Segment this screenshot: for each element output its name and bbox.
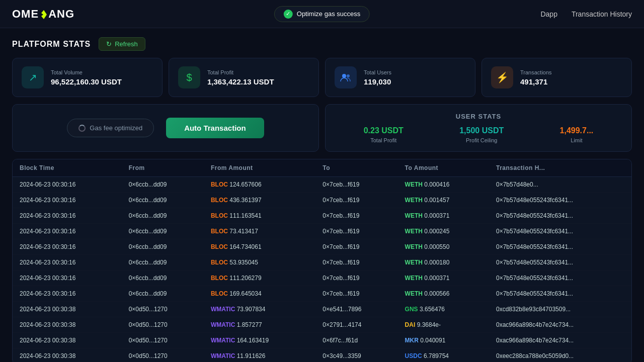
- user-stats-title: USER STATS: [336, 113, 621, 120]
- cell-tx-hash[interactable]: 0×7b57d48e055243fc6341...: [489, 270, 631, 286]
- table-row: 2024-06-23 00:30:16 0×6ccb...dd09 BLOC 5…: [13, 255, 631, 270]
- from-amount-value: 73.413417: [229, 228, 258, 235]
- table-row: 2024-06-23 00:30:16 0×6ccb...dd09 BLOC 1…: [13, 208, 631, 224]
- cell-from[interactable]: 0×0d50...1270: [122, 302, 204, 317]
- cell-tx-hash[interactable]: 0×7b57d48e055243fc6341...: [489, 255, 631, 270]
- cell-from[interactable]: 0×6ccb...dd09: [122, 239, 204, 255]
- users-value: 119,030: [364, 77, 391, 86]
- cell-to[interactable]: 0×6f7c...f61d: [315, 333, 397, 348]
- to-token-symbol: WETH: [405, 243, 423, 250]
- cell-to[interactable]: 0×2791...4174: [315, 317, 397, 333]
- cell-to[interactable]: 0×7ceb...f619: [315, 208, 397, 224]
- from-token-symbol: BLOC: [211, 259, 228, 266]
- cell-to[interactable]: 0×7ceb...f619: [315, 239, 397, 255]
- cell-to[interactable]: 0×e541...7896: [315, 302, 397, 317]
- cell-from[interactable]: 0×6ccb...dd09: [122, 286, 204, 302]
- cell-to[interactable]: 0×7ceb...f619: [315, 224, 397, 239]
- cell-block-time: 2024-06-23 00:30:16: [13, 255, 122, 270]
- profit-ceiling-value: 1,500 USDT: [459, 126, 504, 135]
- limit-value: 1,499.7...: [560, 126, 594, 135]
- from-token-symbol: BLOC: [211, 228, 228, 235]
- to-token-symbol: WETH: [405, 259, 423, 266]
- cell-tx-hash[interactable]: 0×7b57d48e0...: [489, 177, 631, 193]
- cell-tx-hash[interactable]: 0×7b57d48e055243fc6341...: [489, 286, 631, 302]
- user-stat-profit-ceiling: 1,500 USDT Profit Ceiling: [459, 126, 504, 143]
- to-amount-value: 0.000566: [424, 290, 449, 297]
- svg-point-0: [342, 74, 346, 78]
- cell-from-amount: WMATIC 11.911626: [204, 348, 315, 363]
- cell-tx-hash[interactable]: 0xeec288ca788e0c5059d0...: [489, 348, 631, 363]
- from-token-symbol: WMATIC: [211, 306, 235, 313]
- from-token-symbol: BLOC: [211, 243, 228, 250]
- auto-transaction-button[interactable]: Auto Transaction: [166, 118, 264, 138]
- cell-from[interactable]: 0×0d50...1270: [122, 333, 204, 348]
- cell-from-amount: BLOC 73.413417: [204, 224, 315, 239]
- loading-spinner-icon: [78, 125, 86, 132]
- users-icon: [335, 66, 357, 88]
- from-amount-value: 169.645034: [229, 290, 261, 297]
- cell-to[interactable]: 0×7ceb...f619: [315, 255, 397, 270]
- cell-to[interactable]: 0×3c49...3359: [315, 348, 397, 363]
- to-token-symbol: MKR: [405, 337, 419, 344]
- stat-info-profit: Total Profit 1,363,422.13 USDT: [207, 69, 274, 86]
- header-nav: Dapp Transaction History: [540, 10, 632, 18]
- transaction-history-link[interactable]: Transaction History: [572, 10, 632, 18]
- cell-from[interactable]: 0×6ccb...dd09: [122, 255, 204, 270]
- col-to: To: [315, 159, 397, 177]
- col-from-amount: From Amount: [204, 159, 315, 177]
- logo-accent: [39, 8, 48, 21]
- cell-from[interactable]: 0×0d50...1270: [122, 317, 204, 333]
- cell-from[interactable]: 0×6ccb...dd09: [122, 208, 204, 224]
- transaction-table-container: Block Time From From Amount To To Amount…: [12, 159, 632, 362]
- table-header: Block Time From From Amount To To Amount…: [13, 159, 631, 177]
- profit-label: Total Profit: [207, 69, 274, 75]
- cell-from[interactable]: 0×0d50...1270: [122, 348, 204, 363]
- to-token-symbol: WETH: [405, 228, 423, 235]
- table-row: 2024-06-23 00:30:16 0×6ccb...dd09 BLOC 7…: [13, 224, 631, 239]
- cell-tx-hash[interactable]: 0×7b57d48e055243fc6341...: [489, 208, 631, 224]
- cell-to[interactable]: 0×7ceb...f619: [315, 177, 397, 193]
- cell-from-amount: BLOC 124.657606: [204, 177, 315, 193]
- cell-from[interactable]: 0×6ccb...dd09: [122, 270, 204, 286]
- to-token-symbol: WETH: [405, 290, 423, 297]
- to-amount-value: 0.040091: [420, 337, 445, 344]
- from-amount-value: 1.857277: [237, 321, 262, 328]
- table-row: 2024-06-23 00:30:16 0×6ccb...dd09 BLOC 4…: [13, 193, 631, 208]
- platform-stats-title: PLATFORM STATS: [12, 40, 91, 49]
- cell-from-amount: BLOC 53.935045: [204, 255, 315, 270]
- trending-up-icon: ↗: [22, 66, 44, 88]
- cell-from-amount: WMATIC 164.163419: [204, 333, 315, 348]
- logo: OME ANG: [12, 8, 74, 21]
- platform-stats-header: PLATFORM STATS ↻ Refresh: [12, 37, 632, 51]
- gas-fee-label: Gas fee optimized: [90, 124, 142, 132]
- from-token-symbol: BLOC: [211, 197, 228, 204]
- cell-to[interactable]: 0×7ceb...f619: [315, 286, 397, 302]
- cell-block-time: 2024-06-23 00:30:38: [13, 348, 122, 363]
- header: OME ANG ✓ Optimize gas success Dapp Tran…: [0, 0, 644, 28]
- from-amount-value: 73.907834: [237, 306, 266, 313]
- cell-to[interactable]: 0×7ceb...f619: [315, 193, 397, 208]
- gas-fee-button[interactable]: Gas fee optimized: [67, 119, 154, 137]
- cell-tx-hash[interactable]: 0xac966a898c4b7e24c734...: [489, 333, 631, 348]
- cell-from[interactable]: 0×6ccb...dd09: [122, 193, 204, 208]
- cell-tx-hash[interactable]: 0×7b57d48e055243fc6341...: [489, 224, 631, 239]
- refresh-button[interactable]: ↻ Refresh: [99, 37, 145, 51]
- cell-from[interactable]: 0×6ccb...dd09: [122, 177, 204, 193]
- dapp-link[interactable]: Dapp: [540, 10, 557, 18]
- cell-tx-hash[interactable]: 0xcd832b8e93c84703509...: [489, 302, 631, 317]
- action-panel: Gas fee optimized Auto Transaction: [12, 104, 319, 152]
- transactions-label: Transactions: [520, 69, 552, 75]
- to-token-symbol: WETH: [405, 197, 423, 204]
- refresh-icon: ↻: [106, 40, 112, 48]
- cell-to-amount: GNS 3.656476: [398, 302, 489, 317]
- cell-tx-hash[interactable]: 0×7b57d48e055243fc6341...: [489, 239, 631, 255]
- table-body: 2024-06-23 00:30:16 0×6ccb...dd09 BLOC 1…: [13, 177, 631, 363]
- cell-from-amount: BLOC 111.163541: [204, 208, 315, 224]
- stat-card-transactions: ⚡ Transactions 491,371: [481, 58, 632, 97]
- cell-from[interactable]: 0×6ccb...dd09: [122, 224, 204, 239]
- cell-tx-hash[interactable]: 0×7b57d48e055243fc6341...: [489, 193, 631, 208]
- cell-tx-hash[interactable]: 0xac966a898c4b7e24c734...: [489, 317, 631, 333]
- col-from: From: [122, 159, 204, 177]
- cell-to[interactable]: 0×7ceb...f619: [315, 270, 397, 286]
- to-amount-value: 9.3684e-: [417, 321, 441, 328]
